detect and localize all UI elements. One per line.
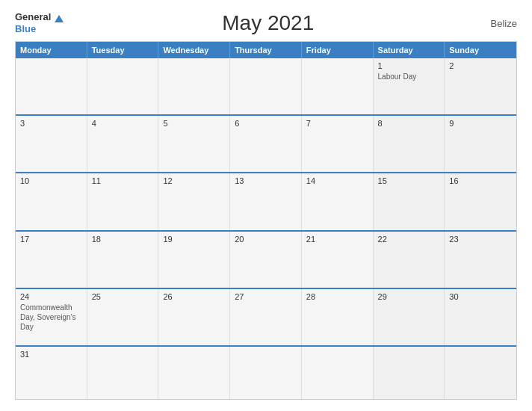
header-thursday: Thursday	[230, 42, 302, 58]
week-2: 3 4 5 6 7 8 9	[16, 114, 516, 172]
day-4: 4	[92, 119, 154, 128]
cell-w3-fri: 14	[302, 173, 374, 229]
country-label: Belize	[472, 18, 517, 29]
calendar-header: Monday Tuesday Wednesday Thursday Friday…	[16, 42, 516, 58]
cell-w2-thu: 6	[230, 116, 302, 172]
day-3: 3	[20, 119, 82, 128]
cell-w5-tue: 25	[87, 289, 159, 345]
cell-w1-mon	[16, 58, 87, 114]
cell-w3-thu: 13	[230, 173, 302, 229]
day-17: 17	[20, 235, 82, 244]
day-20: 20	[235, 235, 297, 244]
top-bar: General Blue May 2021 Belize	[15, 11, 517, 35]
cell-w6-sat	[374, 347, 445, 399]
cell-w6-fri	[302, 347, 374, 399]
cell-w5-sat: 29	[374, 289, 445, 345]
cell-w3-mon: 10	[16, 173, 87, 229]
logo-line1: General	[15, 11, 64, 23]
header-monday: Monday	[16, 42, 87, 58]
cell-w2-sat: 8	[374, 116, 445, 172]
cell-w6-thu	[230, 347, 302, 399]
calendar-body: 1 Labour Day 2 3 4 5 6 7 8 9 10 11	[16, 58, 516, 399]
day-28: 28	[306, 292, 368, 301]
day-6: 6	[235, 119, 297, 128]
event-labour-day: Labour Day	[378, 72, 440, 81]
cell-w6-wed	[158, 347, 230, 399]
day-29: 29	[378, 292, 440, 301]
cell-w3-sat: 15	[374, 173, 445, 229]
logo-line2: Blue	[15, 23, 64, 35]
day-1: 1	[378, 61, 440, 70]
day-10: 10	[20, 176, 82, 185]
day-14: 14	[306, 176, 368, 185]
logo-blue-text: Blue	[15, 23, 36, 34]
day-21: 21	[306, 235, 368, 244]
week-1: 1 Labour Day 2	[16, 58, 516, 114]
day-16: 16	[449, 176, 512, 185]
cell-w6-mon: 31	[16, 347, 87, 399]
cell-w2-sun: 9	[445, 116, 516, 172]
day-30: 30	[449, 292, 512, 301]
day-18: 18	[92, 235, 154, 244]
day-22: 22	[378, 235, 440, 244]
header-tuesday: Tuesday	[87, 42, 159, 58]
cell-w2-tue: 4	[87, 116, 159, 172]
cell-w1-fri	[302, 58, 374, 114]
cell-w3-tue: 11	[87, 173, 159, 229]
month-title: May 2021	[64, 11, 472, 35]
cell-w5-thu: 27	[230, 289, 302, 345]
day-27: 27	[235, 292, 297, 301]
day-23: 23	[449, 235, 512, 244]
cell-w3-sun: 16	[445, 173, 516, 229]
event-commonwealth-day: Commonwealth Day, Sovereign's Day	[20, 303, 82, 332]
cell-w5-sun: 30	[445, 289, 516, 345]
day-8: 8	[378, 119, 440, 128]
cell-w1-thu	[230, 58, 302, 114]
cell-w6-sun	[445, 347, 516, 399]
logo-general-text: General	[15, 11, 51, 22]
day-9: 9	[449, 119, 512, 128]
cell-w4-wed: 19	[158, 232, 230, 288]
cell-w4-thu: 20	[230, 232, 302, 288]
cell-w4-fri: 21	[302, 232, 374, 288]
day-26: 26	[163, 292, 225, 301]
day-5: 5	[163, 119, 225, 128]
day-24: 24	[20, 292, 82, 301]
cell-w2-fri: 7	[302, 116, 374, 172]
day-11: 11	[92, 176, 154, 185]
cell-w5-wed: 26	[158, 289, 230, 345]
day-12: 12	[163, 176, 225, 185]
logo: General Blue	[15, 11, 64, 34]
header-saturday: Saturday	[374, 42, 445, 58]
week-4: 17 18 19 20 21 22 23	[16, 230, 516, 288]
week-5: 24 Commonwealth Day, Sovereign's Day 25 …	[16, 288, 516, 345]
day-13: 13	[235, 176, 297, 185]
day-25: 25	[92, 292, 154, 301]
cell-w4-sat: 22	[374, 232, 445, 288]
day-2: 2	[449, 61, 512, 70]
calendar: Monday Tuesday Wednesday Thursday Friday…	[15, 41, 517, 400]
cell-w1-wed	[158, 58, 230, 114]
cell-w4-tue: 18	[87, 232, 159, 288]
day-19: 19	[163, 235, 225, 244]
cell-w2-wed: 5	[158, 116, 230, 172]
logo-triangle-icon	[55, 15, 64, 22]
day-7: 7	[306, 119, 368, 128]
cell-w1-sat: 1 Labour Day	[374, 58, 445, 114]
week-6: 31	[16, 345, 516, 399]
cell-w4-mon: 17	[16, 232, 87, 288]
header-wednesday: Wednesday	[158, 42, 230, 58]
cell-w5-mon: 24 Commonwealth Day, Sovereign's Day	[16, 289, 87, 345]
cell-w4-sun: 23	[445, 232, 516, 288]
cell-w1-tue	[87, 58, 159, 114]
cell-w3-wed: 12	[158, 173, 230, 229]
cell-w2-mon: 3	[16, 116, 87, 172]
cell-w5-fri: 28	[302, 289, 374, 345]
cell-w1-sun: 2	[445, 58, 516, 114]
day-15: 15	[378, 176, 440, 185]
cell-w6-tue	[87, 347, 159, 399]
week-3: 10 11 12 13 14 15 16	[16, 172, 516, 229]
day-31: 31	[20, 350, 82, 359]
header-sunday: Sunday	[445, 42, 516, 58]
page: General Blue May 2021 Belize Monday Tues…	[0, 0, 532, 411]
